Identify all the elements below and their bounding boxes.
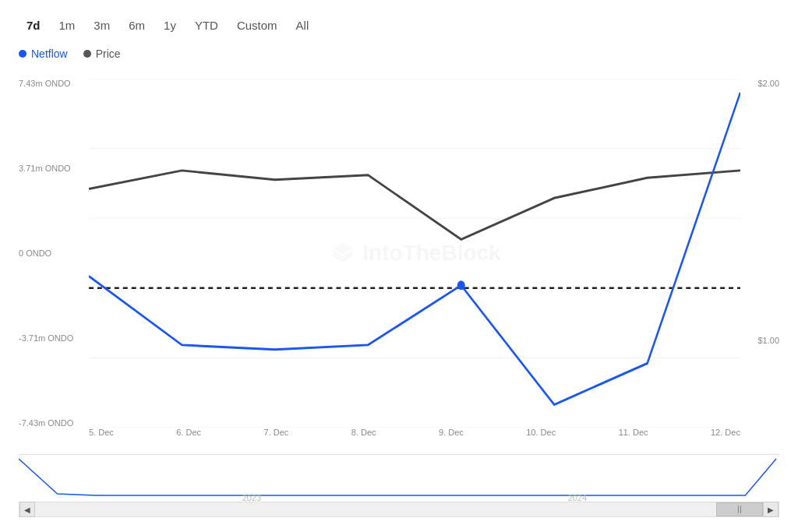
y-right-label-0: $2.00 — [757, 79, 779, 88]
y-right-label-3: $1.00 — [757, 336, 779, 345]
scroll-track[interactable] — [35, 502, 763, 516]
x-label-4: 9. Dec — [439, 428, 464, 437]
scroll-thumb[interactable] — [716, 502, 763, 516]
legend-netflow: Netflow — [19, 48, 68, 60]
mini-chart-container: 2023 2024 ◀ ▶ — [19, 454, 779, 524]
main-chart: 7.43m ONDO3.71m ONDO0 ONDO-3.71m ONDO-7.… — [19, 79, 779, 451]
y-left-label-2: 0 ONDO — [19, 248, 89, 258]
price-dot — [83, 50, 91, 58]
x-label-2: 7. Dec — [264, 428, 289, 437]
y-left-label-1: 3.71m ONDO — [19, 164, 89, 173]
y-left-label-0: 7.43m ONDO — [19, 79, 89, 88]
x-axis-labels: 5. Dec6. Dec7. Dec8. Dec9. Dec10. Dec11.… — [89, 428, 740, 451]
chart-svg — [89, 79, 740, 428]
price-label: Price — [96, 48, 121, 60]
y-axis-left: 7.43m ONDO3.71m ONDO0 ONDO-3.71m ONDO-7.… — [19, 79, 89, 428]
x-label-6: 11. Dec — [619, 428, 648, 437]
time-filter-1m[interactable]: 1m — [51, 16, 83, 35]
grip-line-2 — [740, 506, 741, 513]
scroll-left-button[interactable]: ◀ — [19, 502, 35, 517]
time-filter-ytd[interactable]: YTD — [187, 16, 226, 35]
time-filter-bar: 7d1m3m6m1yYTDCustomAll — [19, 16, 779, 35]
scroll-right-button[interactable]: ▶ — [763, 502, 779, 517]
scrollbar[interactable]: ◀ ▶ — [19, 502, 779, 517]
chart-wrapper: 7.43m ONDO3.71m ONDO0 ONDO-3.71m ONDO-7.… — [19, 79, 779, 524]
x-label-5: 10. Dec — [526, 428, 556, 437]
y-left-label-4: -7.43m ONDO — [19, 418, 89, 428]
x-label-3: 8. Dec — [351, 428, 376, 437]
netflow-label: Netflow — [31, 48, 68, 60]
main-container: 7d1m3m6m1yYTDCustomAll Netflow Price 7.4… — [0, 0, 798, 532]
grip-line-1 — [738, 506, 739, 513]
time-filter-7d[interactable]: 7d — [19, 16, 48, 35]
time-filter-1y[interactable]: 1y — [156, 16, 184, 35]
netflow-dot — [19, 50, 26, 58]
x-label-0: 5. Dec — [89, 428, 114, 437]
legend-price: Price — [83, 48, 121, 60]
scroll-thumb-grip — [738, 506, 741, 513]
time-filter-6m[interactable]: 6m — [121, 16, 153, 35]
time-filter-all[interactable]: All — [288, 16, 317, 35]
time-filter-custom[interactable]: Custom — [229, 16, 285, 35]
x-label-1: 6. Dec — [176, 428, 201, 437]
svg-point-6 — [457, 280, 465, 290]
chart-svg-area: IntoTheBlock — [89, 79, 740, 428]
x-label-7: 12. Dec — [711, 428, 740, 437]
time-filter-3m[interactable]: 3m — [86, 16, 118, 35]
y-left-label-3: -3.71m ONDO — [19, 333, 89, 343]
chart-legend: Netflow Price — [19, 48, 779, 60]
y-axis-right: $2.00$1.00 — [740, 79, 779, 428]
